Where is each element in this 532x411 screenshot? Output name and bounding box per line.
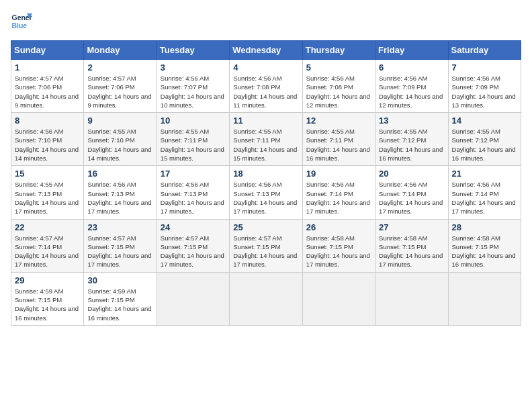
page-header: General Blue [11, 11, 521, 32]
day-number: 27 [379, 222, 444, 232]
day-info: Sunrise: 4:56 AM Sunset: 7:14 PM Dayligh… [452, 180, 517, 216]
calendar-cell: 26 Sunrise: 4:58 AM Sunset: 7:15 PM Dayl… [302, 219, 375, 272]
calendar-cell: 18 Sunrise: 4:56 AM Sunset: 7:13 PM Dayl… [230, 166, 302, 219]
calendar-cell: 12 Sunrise: 4:55 AM Sunset: 7:11 PM Dayl… [302, 113, 375, 166]
day-number: 2 [87, 62, 152, 73]
svg-text:Blue: Blue [12, 22, 28, 30]
day-number: 23 [87, 222, 152, 232]
day-number: 28 [452, 222, 517, 232]
calendar-cell: 13 Sunrise: 4:55 AM Sunset: 7:12 PM Dayl… [375, 113, 448, 166]
calendar-cell: 4 Sunrise: 4:56 AM Sunset: 7:08 PM Dayli… [230, 60, 302, 113]
logo: General Blue [11, 11, 35, 32]
day-info: Sunrise: 4:56 AM Sunset: 7:13 PM Dayligh… [161, 180, 226, 216]
calendar-cell: 17 Sunrise: 4:56 AM Sunset: 7:13 PM Dayl… [157, 166, 229, 219]
calendar-cell: 7 Sunrise: 4:56 AM Sunset: 7:09 PM Dayli… [448, 60, 521, 113]
day-number: 3 [161, 62, 226, 73]
day-info: Sunrise: 4:55 AM Sunset: 7:11 PM Dayligh… [161, 127, 226, 163]
calendar-cell [302, 272, 375, 325]
calendar-cell: 3 Sunrise: 4:56 AM Sunset: 7:07 PM Dayli… [157, 60, 229, 113]
day-number: 25 [233, 222, 298, 232]
calendar-cell: 11 Sunrise: 4:55 AM Sunset: 7:11 PM Dayl… [230, 113, 302, 166]
day-number: 18 [233, 169, 298, 179]
day-number: 14 [452, 116, 517, 126]
calendar-week-3: 15 Sunrise: 4:55 AM Sunset: 7:13 PM Dayl… [11, 166, 521, 219]
weekday-header-wednesday: Wednesday [230, 41, 302, 60]
day-info: Sunrise: 4:56 AM Sunset: 7:14 PM Dayligh… [379, 180, 444, 216]
calendar-cell: 24 Sunrise: 4:57 AM Sunset: 7:15 PM Dayl… [157, 219, 229, 272]
day-info: Sunrise: 4:56 AM Sunset: 7:13 PM Dayligh… [87, 180, 152, 216]
calendar-cell: 1 Sunrise: 4:57 AM Sunset: 7:06 PM Dayli… [11, 60, 84, 113]
day-info: Sunrise: 4:58 AM Sunset: 7:15 PM Dayligh… [452, 234, 517, 269]
day-info: Sunrise: 4:56 AM Sunset: 7:08 PM Dayligh… [306, 74, 371, 109]
day-info: Sunrise: 4:56 AM Sunset: 7:07 PM Dayligh… [161, 74, 226, 109]
calendar-week-4: 22 Sunrise: 4:57 AM Sunset: 7:14 PM Dayl… [11, 219, 521, 272]
calendar-cell: 25 Sunrise: 4:57 AM Sunset: 7:15 PM Dayl… [230, 219, 302, 272]
weekday-header-tuesday: Tuesday [157, 41, 229, 60]
calendar-cell: 15 Sunrise: 4:55 AM Sunset: 7:13 PM Dayl… [11, 166, 84, 219]
day-info: Sunrise: 4:55 AM Sunset: 7:11 PM Dayligh… [306, 127, 371, 163]
day-number: 19 [306, 169, 371, 179]
day-info: Sunrise: 4:57 AM Sunset: 7:06 PM Dayligh… [87, 74, 152, 109]
day-number: 30 [87, 275, 152, 285]
day-info: Sunrise: 4:55 AM Sunset: 7:12 PM Dayligh… [379, 127, 444, 163]
day-number: 20 [379, 169, 444, 179]
calendar-cell: 16 Sunrise: 4:56 AM Sunset: 7:13 PM Dayl… [84, 166, 157, 219]
day-info: Sunrise: 4:56 AM Sunset: 7:13 PM Dayligh… [233, 180, 298, 216]
calendar-cell: 27 Sunrise: 4:58 AM Sunset: 7:15 PM Dayl… [375, 219, 448, 272]
day-number: 17 [161, 169, 226, 179]
day-number: 12 [306, 116, 371, 126]
calendar-cell [157, 272, 229, 325]
calendar-cell: 21 Sunrise: 4:56 AM Sunset: 7:14 PM Dayl… [448, 166, 521, 219]
day-number: 11 [233, 116, 298, 126]
calendar-cell: 9 Sunrise: 4:55 AM Sunset: 7:10 PM Dayli… [84, 113, 157, 166]
calendar-cell: 8 Sunrise: 4:56 AM Sunset: 7:10 PM Dayli… [11, 113, 84, 166]
calendar-cell: 2 Sunrise: 4:57 AM Sunset: 7:06 PM Dayli… [84, 60, 157, 113]
day-info: Sunrise: 4:57 AM Sunset: 7:15 PM Dayligh… [161, 234, 226, 269]
calendar-cell: 6 Sunrise: 4:56 AM Sunset: 7:09 PM Dayli… [375, 60, 448, 113]
day-number: 6 [379, 62, 444, 73]
calendar-cell: 10 Sunrise: 4:55 AM Sunset: 7:11 PM Dayl… [157, 113, 229, 166]
day-number: 21 [452, 169, 517, 179]
calendar-cell [375, 272, 448, 325]
day-number: 9 [87, 116, 152, 126]
calendar-week-2: 8 Sunrise: 4:56 AM Sunset: 7:10 PM Dayli… [11, 113, 521, 166]
day-number: 15 [15, 169, 80, 179]
day-info: Sunrise: 4:56 AM Sunset: 7:08 PM Dayligh… [233, 74, 298, 109]
day-info: Sunrise: 4:57 AM Sunset: 7:14 PM Dayligh… [15, 234, 80, 269]
day-number: 8 [15, 116, 80, 126]
day-info: Sunrise: 4:56 AM Sunset: 7:09 PM Dayligh… [452, 74, 517, 109]
day-info: Sunrise: 4:59 AM Sunset: 7:15 PM Dayligh… [15, 287, 80, 322]
calendar-week-5: 29 Sunrise: 4:59 AM Sunset: 7:15 PM Dayl… [11, 272, 521, 325]
calendar-cell: 19 Sunrise: 4:56 AM Sunset: 7:14 PM Dayl… [302, 166, 375, 219]
day-info: Sunrise: 4:58 AM Sunset: 7:15 PM Dayligh… [306, 234, 371, 269]
calendar-table: SundayMondayTuesdayWednesdayThursdayFrid… [11, 40, 521, 326]
day-number: 10 [161, 116, 226, 126]
day-info: Sunrise: 4:57 AM Sunset: 7:15 PM Dayligh… [233, 234, 298, 269]
calendar-cell [448, 272, 521, 325]
day-number: 16 [87, 169, 152, 179]
day-number: 22 [15, 222, 80, 232]
calendar-cell: 20 Sunrise: 4:56 AM Sunset: 7:14 PM Dayl… [375, 166, 448, 219]
day-number: 4 [233, 62, 298, 73]
day-number: 26 [306, 222, 371, 232]
calendar-cell: 22 Sunrise: 4:57 AM Sunset: 7:14 PM Dayl… [11, 219, 84, 272]
calendar-cell: 5 Sunrise: 4:56 AM Sunset: 7:08 PM Dayli… [302, 60, 375, 113]
day-number: 29 [15, 275, 80, 285]
day-number: 5 [306, 62, 371, 73]
day-number: 24 [161, 222, 226, 232]
calendar-cell: 23 Sunrise: 4:57 AM Sunset: 7:15 PM Dayl… [84, 219, 157, 272]
calendar-cell [230, 272, 302, 325]
calendar-week-1: 1 Sunrise: 4:57 AM Sunset: 7:06 PM Dayli… [11, 60, 521, 113]
day-number: 1 [15, 62, 80, 73]
weekday-header-sunday: Sunday [11, 41, 84, 60]
day-info: Sunrise: 4:55 AM Sunset: 7:11 PM Dayligh… [233, 127, 298, 163]
weekday-header-saturday: Saturday [448, 41, 521, 60]
day-info: Sunrise: 4:58 AM Sunset: 7:15 PM Dayligh… [379, 234, 444, 269]
day-info: Sunrise: 4:55 AM Sunset: 7:13 PM Dayligh… [15, 180, 80, 216]
day-info: Sunrise: 4:55 AM Sunset: 7:12 PM Dayligh… [452, 127, 517, 163]
day-info: Sunrise: 4:57 AM Sunset: 7:06 PM Dayligh… [15, 74, 80, 109]
day-info: Sunrise: 4:56 AM Sunset: 7:10 PM Dayligh… [15, 127, 80, 163]
calendar-cell: 28 Sunrise: 4:58 AM Sunset: 7:15 PM Dayl… [448, 219, 521, 272]
day-info: Sunrise: 4:59 AM Sunset: 7:15 PM Dayligh… [87, 287, 152, 322]
day-info: Sunrise: 4:56 AM Sunset: 7:14 PM Dayligh… [306, 180, 371, 216]
